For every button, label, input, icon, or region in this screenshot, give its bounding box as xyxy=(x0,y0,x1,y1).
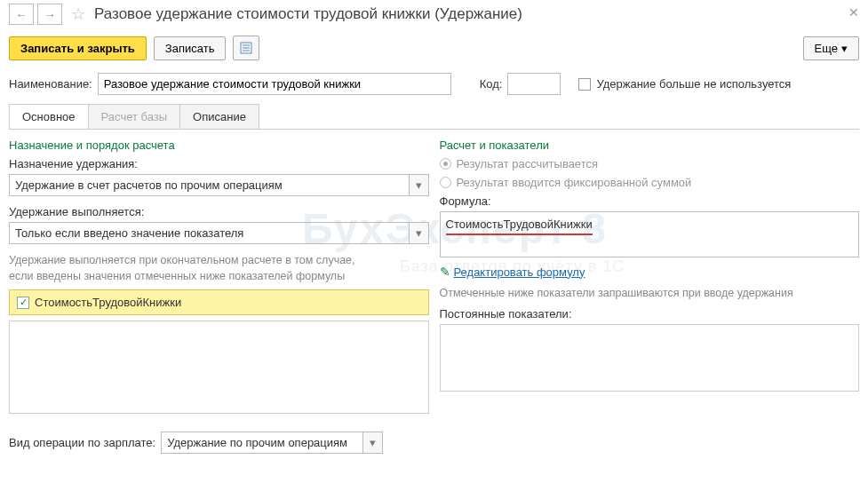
purpose-select[interactable]: Удержание в счет расчетов по прочим опер… xyxy=(9,174,429,196)
indicators-listbox[interactable] xyxy=(9,321,429,414)
indicator-row[interactable]: ✓ СтоимостьТрудовойКнижки xyxy=(9,289,429,315)
code-label: Код: xyxy=(480,77,503,91)
list-icon xyxy=(240,42,252,54)
name-input[interactable] xyxy=(98,73,451,95)
chevron-down-icon[interactable]: ▾ xyxy=(362,432,382,453)
more-button[interactable]: Еще ▾ xyxy=(803,36,859,60)
right-section-title: Расчет и показатели xyxy=(440,139,860,152)
edit-formula-link[interactable]: Редактировать формулу xyxy=(454,265,585,279)
nav-back-button[interactable]: ← xyxy=(9,4,34,25)
formula-text: СтоимостьТрудовойКнижки xyxy=(446,218,593,235)
pencil-icon: ✎ xyxy=(440,265,450,279)
radio-calc-label: Результат рассчитывается xyxy=(457,157,599,170)
formula-box: СтоимостьТрудовойКнижки xyxy=(440,211,860,257)
indicator-checkbox[interactable]: ✓ xyxy=(17,297,29,309)
operation-select[interactable]: Удержание по прочим операциям ▾ xyxy=(161,432,383,454)
chevron-down-icon[interactable]: ▾ xyxy=(409,223,428,243)
purpose-label: Назначение удержания: xyxy=(9,157,429,170)
chevron-down-icon[interactable]: ▾ xyxy=(409,175,428,195)
radio-calc xyxy=(440,158,451,170)
favorite-star-icon[interactable]: ☆ xyxy=(71,4,85,24)
operation-label: Вид операции по зарплате: xyxy=(9,436,155,449)
code-input[interactable] xyxy=(507,73,561,95)
name-label: Наименование: xyxy=(9,77,92,91)
more-label: Еще xyxy=(815,42,838,55)
save-close-button[interactable]: Записать и закрыть xyxy=(9,36,147,60)
when-value: Только если введено значение показателя xyxy=(10,223,409,243)
chevron-down-icon: ▾ xyxy=(841,42,848,55)
radio-fixed-label: Результат вводится фиксированной суммой xyxy=(457,176,692,189)
page-title: Разовое удержание стоимости трудовой кни… xyxy=(94,5,522,23)
const-indicators-listbox[interactable] xyxy=(440,324,860,392)
left-hint: Удержание выполняется при окончательном … xyxy=(9,253,429,284)
purpose-value: Удержание в счет расчетов по прочим опер… xyxy=(10,175,409,195)
not-used-checkbox[interactable] xyxy=(578,78,591,91)
tab-main[interactable]: Основное xyxy=(9,104,89,129)
indicator-label: СтоимостьТрудовойКнижки xyxy=(35,296,181,309)
const-label: Постоянные показатели: xyxy=(440,307,860,321)
when-label: Удержание выполняется: xyxy=(9,205,429,218)
operation-value: Удержание по прочим операциям xyxy=(162,432,362,453)
save-button[interactable]: Записать xyxy=(154,36,227,60)
left-section-title: Назначение и порядок расчета xyxy=(9,139,429,152)
list-button[interactable] xyxy=(233,36,259,60)
ask-hint: Отмеченные ниже показатели запрашиваются… xyxy=(440,286,860,302)
radio-fixed xyxy=(440,177,451,188)
formula-label: Формула: xyxy=(440,194,860,208)
close-icon[interactable]: ✕ xyxy=(848,5,859,20)
tab-base[interactable]: Расчет базы xyxy=(88,104,181,129)
when-select[interactable]: Только если введено значение показателя … xyxy=(9,222,429,244)
not-used-label: Удержание больше не используется xyxy=(596,77,791,91)
tab-desc[interactable]: Описание xyxy=(179,104,259,129)
nav-forward-button[interactable]: → xyxy=(37,4,62,25)
